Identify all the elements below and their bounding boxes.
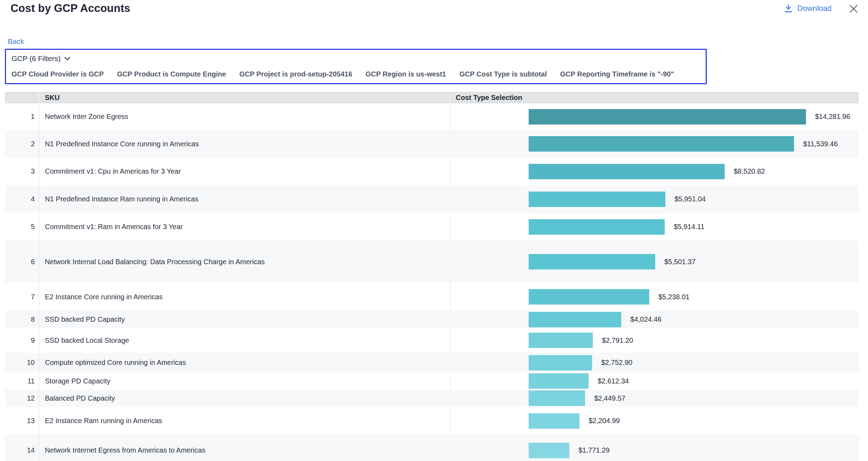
cost-value-label: $2,449.57 [594, 394, 625, 402]
cost-value-label: $2,791.20 [602, 336, 633, 345]
sku-cell: SSD backed PD Capacity [39, 311, 450, 328]
sku-cell: Compute optimized Core running in Americ… [39, 353, 450, 373]
sku-cell: N1 Predefined Instance Core running in A… [39, 130, 450, 158]
row-number: 11 [5, 373, 39, 389]
cost-chart-cell: $11,539.46 [450, 130, 859, 158]
row-number-column-header [5, 92, 39, 103]
row-number: 4 [5, 185, 39, 213]
cost-chart-cell: $2,449.57 [450, 389, 859, 407]
row-number: 3 [5, 158, 39, 185]
table-row: 2N1 Predefined Instance Core running in … [5, 130, 859, 158]
row-number: 13 [5, 407, 39, 435]
table-row: 10Compute optimized Core running in Amer… [5, 353, 859, 373]
row-number: 6 [5, 241, 39, 283]
sku-cell: Network Internal Load Balancing: Data Pr… [39, 241, 450, 283]
table-row: 7E2 Instance Core running in Americas$5,… [5, 283, 859, 311]
table-row: 13E2 Instance Ram running in Americas$2,… [5, 407, 859, 435]
cost-bar [529, 443, 569, 458]
cost-value-label: $14,281.96 [815, 113, 850, 121]
close-icon[interactable] [848, 4, 859, 14]
cost-chart-cell: $2,204.99 [450, 407, 859, 435]
cost-bar [529, 219, 665, 235]
sku-cell: E2 Instance Core running in Americas [39, 283, 450, 311]
cost-bar [529, 312, 621, 327]
table-row: 6Network Internal Load Balancing: Data P… [5, 241, 859, 283]
sku-cell: Commitment v1: Cpu in Americas for 3 Yea… [39, 158, 450, 185]
cost-value-label: $5,501.37 [664, 258, 696, 266]
cost-table: SKU Cost Type Selection 1Network Inter Z… [5, 92, 859, 461]
row-number: 1 [5, 103, 39, 130]
cost-bar [529, 390, 585, 406]
sku-cell: Commitment v1: Ram in Americas for 3 Yea… [39, 213, 450, 241]
cost-value-label: $5,951.04 [674, 195, 706, 203]
sku-cell: SSD backed Local Storage [39, 328, 450, 353]
cost-bar [529, 192, 665, 207]
cost-value-label: $4,024.46 [630, 315, 662, 323]
download-label: Download [797, 4, 832, 13]
filter-group-label: GCP (6 Filters) [12, 54, 61, 63]
table-row: 11Storage PD Capacity$2,612.34 [5, 373, 859, 389]
table-row: 9SSD backed Local Storage$2,791.20 [5, 328, 859, 353]
cost-chart-cell: $5,914.11 [450, 213, 859, 241]
filter-item-5[interactable]: GCP Reporting Timeframe is "-90" [560, 70, 674, 78]
filter-item-1[interactable]: GCP Product is Compute Engine [117, 70, 226, 78]
sku-cell: N1 Predefined Instance Ram running in Am… [39, 185, 450, 213]
cost-value-label: $5,238.01 [658, 293, 690, 301]
cost-chart-cell: $5,501.37 [450, 241, 859, 283]
filter-item-4[interactable]: GCP Cost Type is subtotal [459, 70, 547, 78]
cost-chart-cell: $2,752.90 [450, 353, 859, 373]
row-number: 10 [5, 353, 39, 373]
row-number: 5 [5, 213, 39, 241]
table-row: 14Network Internet Egress from Americas … [5, 435, 859, 461]
filter-item-0[interactable]: GCP Cloud Provider is GCP [12, 70, 104, 78]
table-row: 3Commitment v1: Cpu in Americas for 3 Ye… [5, 158, 859, 185]
cost-value-label: $2,612.34 [598, 377, 629, 385]
cost-bar [529, 373, 589, 389]
cost-bar [529, 136, 794, 152]
cost-chart-cell: $4,024.46 [450, 311, 859, 328]
sku-cell: Network Inter Zone Egress [39, 103, 450, 130]
row-number: 12 [5, 389, 39, 407]
cost-bar [529, 355, 592, 370]
filter-group-toggle[interactable]: GCP (6 Filters) [12, 54, 70, 63]
cost-chart-cell: $2,791.20 [450, 328, 859, 353]
table-row: 4N1 Predefined Instance Ram running in A… [5, 185, 859, 213]
row-number: 7 [5, 283, 39, 311]
filter-panel: GCP (6 Filters) GCP Cloud Provider is GC… [5, 49, 707, 84]
cost-chart-cell: $2,612.34 [450, 373, 859, 389]
row-number: 14 [5, 435, 39, 461]
cost-chart-cell: $8,520.82 [450, 158, 859, 185]
cost-value-label: $11,539.46 [803, 140, 838, 148]
row-number: 9 [5, 328, 39, 353]
page-title: Cost by GCP Accounts [11, 2, 130, 15]
cost-chart-cell: $1,771.29 [450, 435, 859, 461]
cost-value-label: $5,914.11 [674, 223, 705, 231]
filter-item-list: GCP Cloud Provider is GCPGCP Product is … [12, 70, 700, 78]
cost-chart-cell: $5,238.01 [450, 283, 859, 311]
sku-cell: Network Internet Egress from Americas to… [39, 435, 450, 461]
cost-bar [529, 164, 725, 179]
cost-chart-cell: $14,281.96 [450, 103, 859, 130]
table-header-row: SKU Cost Type Selection [5, 92, 859, 103]
table-body: 1Network Inter Zone Egress$14,281.962N1 … [5, 103, 859, 461]
table-row: 1Network Inter Zone Egress$14,281.96 [5, 103, 859, 130]
table-row: 12Balanced PD Capacity$2,449.57 [5, 389, 859, 407]
cost-bar [529, 254, 655, 269]
download-button[interactable]: Download [784, 4, 832, 13]
back-link[interactable]: Back [8, 37, 24, 46]
filter-item-2[interactable]: GCP Project is prod-setup-205416 [239, 70, 352, 78]
row-number: 8 [5, 311, 39, 328]
download-icon [784, 4, 793, 13]
sku-cell: Storage PD Capacity [39, 373, 450, 389]
filter-item-3[interactable]: GCP Region is us-west1 [366, 70, 446, 78]
cost-value-label: $1,771.29 [578, 446, 610, 454]
table-row: 8SSD backed PD Capacity$4,024.46 [5, 311, 859, 328]
cost-bar [529, 109, 806, 125]
chevron-down-icon [64, 56, 70, 61]
cost-value-label: $8,520.82 [734, 167, 765, 175]
sku-cell: Balanced PD Capacity [39, 389, 450, 407]
cost-chart-cell: $5,951.04 [450, 185, 859, 213]
sku-column-header[interactable]: SKU [39, 92, 450, 103]
cost-bar [529, 333, 593, 348]
cost-type-selection-column-header[interactable]: Cost Type Selection [450, 92, 859, 103]
